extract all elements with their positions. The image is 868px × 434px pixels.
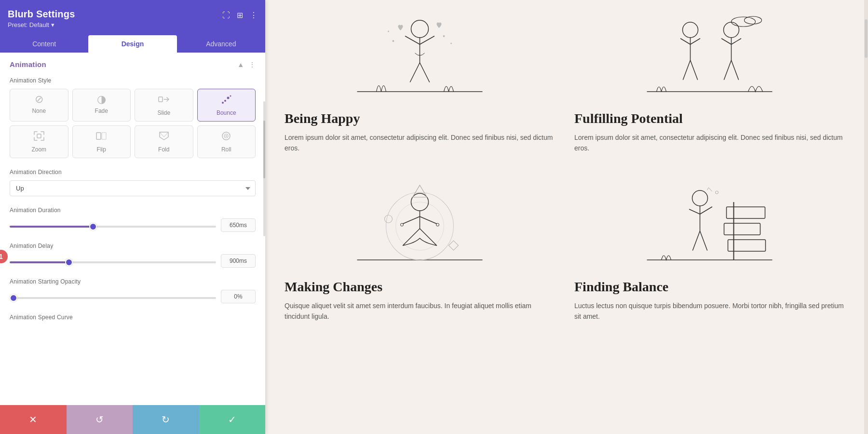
style-fold-icon — [158, 131, 170, 143]
scroll-thumb — [263, 121, 265, 178]
style-slide[interactable]: Slide — [135, 89, 193, 122]
style-bounce-icon — [220, 94, 232, 107]
svg-point-21 — [745, 16, 762, 24]
direction-label: Animation Direction — [10, 169, 256, 176]
panel-footer: ✕ ↺ ↻ ✓ — [0, 405, 265, 434]
duration-label: Animation Duration — [10, 207, 256, 214]
cancel-button[interactable]: ✕ — [0, 405, 67, 434]
badge-1: 1 — [0, 250, 8, 263]
style-zoom[interactable]: Zoom — [10, 125, 68, 158]
animation-opacity-group: Animation Starting Opacity 0% — [0, 274, 265, 310]
svg-point-12 — [411, 20, 429, 38]
style-roll[interactable]: Roll — [197, 125, 256, 158]
animation-style-group: Animation Style ⊘ None ◑ Fade — [0, 73, 265, 165]
tab-design[interactable]: Design — [88, 35, 176, 53]
making-changes-title: Making Changes — [285, 279, 555, 295]
style-zoom-icon — [33, 131, 45, 143]
fulfilling-potential-title: Fulfilling Potential — [574, 111, 845, 126]
svg-point-19 — [724, 22, 739, 38]
reset-button[interactable]: ↺ — [67, 405, 133, 434]
svg-rect-5 — [37, 134, 41, 138]
split-icon[interactable]: ⊞ — [237, 11, 243, 20]
style-slide-icon — [158, 94, 170, 107]
duration-value[interactable]: 650ms — [221, 218, 256, 232]
animation-style-grid: ⊘ None ◑ Fade Slide — [10, 89, 256, 158]
svg-point-16 — [450, 43, 452, 44]
making-changes-illustration — [285, 178, 555, 270]
svg-point-14 — [388, 31, 389, 32]
style-flip-icon — [95, 131, 107, 143]
page-scrollbar[interactable] — [864, 0, 868, 434]
blurb-being-happy: Being Happy Lorem ipsum dolor sit amet, … — [285, 0, 555, 168]
animation-direction-group: Animation Direction Up Down Left Right — [0, 165, 265, 203]
section-more-icon[interactable]: ⋮ — [249, 61, 256, 68]
svg-point-28 — [385, 215, 393, 223]
style-none-label: None — [32, 108, 46, 114]
delay-value[interactable]: 900ms — [221, 254, 256, 268]
style-fold[interactable]: Fold — [135, 125, 193, 158]
animation-duration-group: Animation Duration 650ms — [0, 203, 265, 239]
scroll-indicator — [263, 101, 265, 236]
svg-point-3 — [227, 97, 230, 99]
panel-header: Blurb Settings Preset: Default ▾ ⛶ ⊞ ⋮ — [0, 0, 265, 35]
style-fade-label: Fade — [95, 108, 108, 114]
animation-section-header: Animation ▲ ⋮ — [0, 53, 265, 73]
finding-balance-text: Luctus lectus non quisque turpis bibendu… — [574, 300, 845, 322]
more-icon[interactable]: ⋮ — [250, 11, 258, 20]
blurb-making-changes: Making Changes Quisque aliquet velit sit… — [285, 168, 555, 337]
tab-advanced[interactable]: Advanced — [177, 35, 265, 53]
opacity-slider[interactable] — [10, 297, 216, 299]
style-flip-label: Flip — [97, 146, 106, 153]
opacity-label: Animation Starting Opacity — [10, 278, 256, 285]
settings-panel: Blurb Settings Preset: Default ▾ ⛶ ⊞ ⋮ C… — [0, 0, 265, 434]
being-happy-text: Lorem ipsum dolor sit amet, consectetur … — [285, 132, 555, 154]
panel-title: Blurb Settings — [8, 9, 75, 20]
svg-point-2 — [224, 100, 226, 102]
delay-slider[interactable] — [10, 261, 216, 263]
collapse-icon[interactable]: ▲ — [237, 61, 244, 68]
style-bounce[interactable]: Bounce — [197, 89, 256, 122]
making-changes-text: Quisque aliquet velit sit amet sem inter… — [285, 300, 555, 322]
fulfilling-potential-text: Lorem ipsum dolor sit amet, consectetur … — [574, 132, 845, 154]
save-button[interactable]: ✓ — [199, 405, 266, 434]
duration-slider[interactable] — [10, 226, 216, 228]
style-fade-icon: ◑ — [97, 94, 106, 105]
style-none-icon: ⊘ — [35, 94, 43, 105]
style-fade[interactable]: ◑ Fade — [72, 89, 131, 122]
panel-body: Animation ▲ ⋮ Animation Style ⊘ None ◑ F… — [0, 53, 265, 434]
scrollbar-thumb — [865, 19, 868, 58]
style-zoom-label: Zoom — [31, 146, 46, 153]
svg-point-1 — [222, 102, 224, 104]
animation-speed-curve-group: Animation Speed Curve — [0, 310, 265, 332]
svg-point-27 — [436, 223, 439, 226]
animation-style-label: Animation Style — [10, 77, 256, 84]
opacity-value[interactable]: 0% — [221, 290, 256, 303]
svg-rect-7 — [102, 133, 106, 139]
panel-preset[interactable]: Preset: Default ▾ — [8, 21, 75, 28]
being-happy-title: Being Happy — [285, 111, 555, 126]
section-title: Animation — [10, 60, 46, 68]
svg-point-15 — [443, 35, 445, 37]
style-slide-label: Slide — [157, 109, 170, 116]
panel-header-icons: ⛶ ⊞ ⋮ — [222, 11, 258, 20]
svg-point-4 — [230, 95, 231, 97]
blurb-fulfilling-potential: Fulfilling Potential Lorem ipsum dolor s… — [574, 0, 845, 168]
finding-balance-illustration — [574, 178, 845, 270]
style-flip[interactable]: Flip — [72, 125, 131, 158]
svg-point-30 — [692, 190, 708, 206]
svg-rect-0 — [159, 97, 163, 102]
style-roll-label: Roll — [221, 146, 231, 153]
speed-curve-label: Animation Speed Curve — [10, 314, 256, 321]
style-roll-icon — [220, 131, 232, 143]
svg-rect-32 — [727, 207, 765, 218]
svg-point-18 — [683, 22, 698, 38]
redo-button[interactable]: ↻ — [133, 405, 199, 434]
fullscreen-icon[interactable]: ⛶ — [222, 11, 230, 20]
direction-select[interactable]: Up Down Left Right — [10, 180, 256, 196]
animation-delay-group: 1 Animation Delay 900ms — [0, 239, 265, 274]
svg-point-13 — [393, 40, 394, 42]
delay-label: Animation Delay — [10, 243, 256, 249]
style-fold-label: Fold — [158, 146, 169, 153]
tab-content[interactable]: Content — [0, 35, 88, 53]
style-none[interactable]: ⊘ None — [10, 89, 68, 122]
